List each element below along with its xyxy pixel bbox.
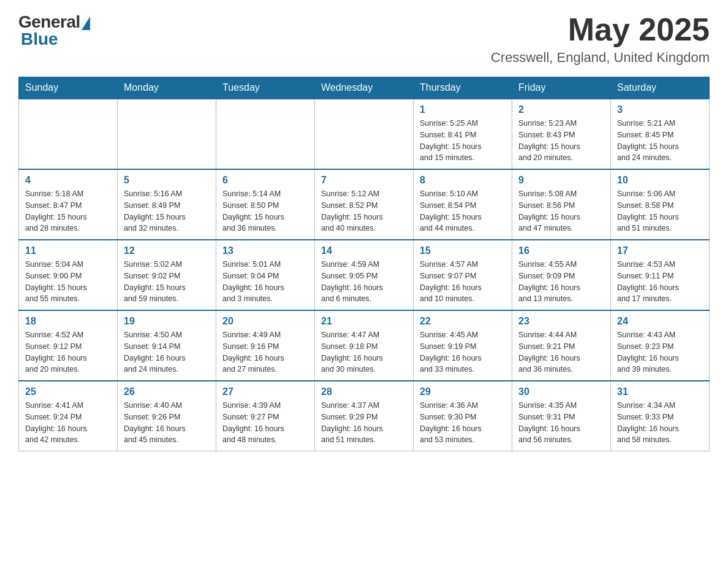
calendar-cell: 5Sunrise: 5:16 AM Sunset: 8:49 PM Daylig… xyxy=(118,169,216,240)
day-info: Sunrise: 5:08 AM Sunset: 8:56 PM Dayligh… xyxy=(518,188,604,234)
week-row-1: 1Sunrise: 5:25 AM Sunset: 8:41 PM Daylig… xyxy=(19,99,710,169)
calendar-cell: 22Sunrise: 4:45 AM Sunset: 9:19 PM Dayli… xyxy=(414,310,512,381)
calendar-cell: 4Sunrise: 5:18 AM Sunset: 8:47 PM Daylig… xyxy=(19,169,118,240)
day-info: Sunrise: 5:02 AM Sunset: 9:02 PM Dayligh… xyxy=(124,259,210,305)
day-number: 22 xyxy=(420,316,506,327)
day-number: 23 xyxy=(518,316,604,327)
calendar-cell: 16Sunrise: 4:55 AM Sunset: 9:09 PM Dayli… xyxy=(512,240,611,310)
day-info: Sunrise: 4:53 AM Sunset: 9:11 PM Dayligh… xyxy=(617,259,703,305)
day-info: Sunrise: 4:36 AM Sunset: 9:30 PM Dayligh… xyxy=(420,400,506,446)
weekday-header-tuesday: Tuesday xyxy=(216,77,315,99)
day-number: 30 xyxy=(518,386,604,397)
calendar-cell xyxy=(216,99,315,169)
day-info: Sunrise: 4:47 AM Sunset: 9:18 PM Dayligh… xyxy=(321,329,407,375)
calendar-cell: 17Sunrise: 4:53 AM Sunset: 9:11 PM Dayli… xyxy=(611,240,710,310)
day-number: 28 xyxy=(321,386,407,397)
day-info: Sunrise: 5:10 AM Sunset: 8:54 PM Dayligh… xyxy=(420,188,506,234)
day-number: 31 xyxy=(617,386,703,397)
day-number: 7 xyxy=(321,175,407,186)
month-title: May 2025 xyxy=(491,12,710,47)
day-number: 26 xyxy=(124,386,210,397)
calendar-table: SundayMondayTuesdayWednesdayThursdayFrid… xyxy=(18,77,710,451)
day-number: 21 xyxy=(321,316,407,327)
day-number: 13 xyxy=(222,245,308,256)
day-number: 8 xyxy=(420,175,506,186)
day-info: Sunrise: 4:52 AM Sunset: 9:12 PM Dayligh… xyxy=(25,329,111,375)
calendar-cell xyxy=(315,99,414,169)
day-info: Sunrise: 4:43 AM Sunset: 9:23 PM Dayligh… xyxy=(617,329,703,375)
day-info: Sunrise: 4:39 AM Sunset: 9:27 PM Dayligh… xyxy=(222,400,308,446)
day-number: 10 xyxy=(617,175,703,186)
day-number: 15 xyxy=(420,245,506,256)
week-row-5: 25Sunrise: 4:41 AM Sunset: 9:24 PM Dayli… xyxy=(19,381,710,451)
calendar-cell: 25Sunrise: 4:41 AM Sunset: 9:24 PM Dayli… xyxy=(19,381,118,451)
logo-blue-text: Blue xyxy=(21,29,58,49)
weekday-header-sunday: Sunday xyxy=(19,77,118,99)
weekday-header-row: SundayMondayTuesdayWednesdayThursdayFrid… xyxy=(19,77,710,99)
day-info: Sunrise: 4:45 AM Sunset: 9:19 PM Dayligh… xyxy=(420,329,506,375)
day-info: Sunrise: 5:18 AM Sunset: 8:47 PM Dayligh… xyxy=(25,188,111,234)
calendar-cell: 15Sunrise: 4:57 AM Sunset: 9:07 PM Dayli… xyxy=(414,240,512,310)
calendar-cell: 9Sunrise: 5:08 AM Sunset: 8:56 PM Daylig… xyxy=(512,169,611,240)
day-number: 14 xyxy=(321,245,407,256)
day-info: Sunrise: 5:06 AM Sunset: 8:58 PM Dayligh… xyxy=(617,188,703,234)
day-info: Sunrise: 4:49 AM Sunset: 9:16 PM Dayligh… xyxy=(222,329,308,375)
day-info: Sunrise: 5:04 AM Sunset: 9:00 PM Dayligh… xyxy=(25,259,111,305)
day-number: 25 xyxy=(25,386,111,397)
weekday-header-thursday: Thursday xyxy=(414,77,512,99)
day-number: 9 xyxy=(518,175,604,186)
day-info: Sunrise: 4:44 AM Sunset: 9:21 PM Dayligh… xyxy=(518,329,604,375)
calendar-cell: 23Sunrise: 4:44 AM Sunset: 9:21 PM Dayli… xyxy=(512,310,611,381)
weekday-header-monday: Monday xyxy=(118,77,216,99)
calendar-cell: 13Sunrise: 5:01 AM Sunset: 9:04 PM Dayli… xyxy=(216,240,315,310)
calendar-cell: 7Sunrise: 5:12 AM Sunset: 8:52 PM Daylig… xyxy=(315,169,414,240)
day-number: 20 xyxy=(222,316,308,327)
calendar-cell: 12Sunrise: 5:02 AM Sunset: 9:02 PM Dayli… xyxy=(118,240,216,310)
day-number: 12 xyxy=(124,245,210,256)
calendar-cell: 27Sunrise: 4:39 AM Sunset: 9:27 PM Dayli… xyxy=(216,381,315,451)
title-block: May 2025 Cresswell, England, United King… xyxy=(491,12,710,66)
calendar-cell: 10Sunrise: 5:06 AM Sunset: 8:58 PM Dayli… xyxy=(611,169,710,240)
day-number: 2 xyxy=(518,104,604,115)
day-info: Sunrise: 4:55 AM Sunset: 9:09 PM Dayligh… xyxy=(518,259,604,305)
day-info: Sunrise: 5:12 AM Sunset: 8:52 PM Dayligh… xyxy=(321,188,407,234)
day-number: 3 xyxy=(617,104,703,115)
weekday-header-wednesday: Wednesday xyxy=(315,77,414,99)
day-info: Sunrise: 5:14 AM Sunset: 8:50 PM Dayligh… xyxy=(222,188,308,234)
day-info: Sunrise: 4:57 AM Sunset: 9:07 PM Dayligh… xyxy=(420,259,506,305)
day-info: Sunrise: 5:21 AM Sunset: 8:45 PM Dayligh… xyxy=(617,118,703,164)
calendar-cell: 1Sunrise: 5:25 AM Sunset: 8:41 PM Daylig… xyxy=(414,99,512,169)
day-number: 24 xyxy=(617,316,703,327)
day-number: 1 xyxy=(420,104,506,115)
day-info: Sunrise: 4:37 AM Sunset: 9:29 PM Dayligh… xyxy=(321,400,407,446)
calendar-cell: 19Sunrise: 4:50 AM Sunset: 9:14 PM Dayli… xyxy=(118,310,216,381)
day-info: Sunrise: 4:34 AM Sunset: 9:33 PM Dayligh… xyxy=(617,400,703,446)
week-row-2: 4Sunrise: 5:18 AM Sunset: 8:47 PM Daylig… xyxy=(19,169,710,240)
weekday-header-friday: Friday xyxy=(512,77,611,99)
calendar-cell: 2Sunrise: 5:23 AM Sunset: 8:43 PM Daylig… xyxy=(512,99,611,169)
calendar-cell: 29Sunrise: 4:36 AM Sunset: 9:30 PM Dayli… xyxy=(414,381,512,451)
day-info: Sunrise: 4:40 AM Sunset: 9:26 PM Dayligh… xyxy=(124,400,210,446)
calendar-cell: 18Sunrise: 4:52 AM Sunset: 9:12 PM Dayli… xyxy=(19,310,118,381)
calendar-cell: 30Sunrise: 4:35 AM Sunset: 9:31 PM Dayli… xyxy=(512,381,611,451)
calendar-cell: 11Sunrise: 5:04 AM Sunset: 9:00 PM Dayli… xyxy=(19,240,118,310)
day-number: 4 xyxy=(25,175,111,186)
day-info: Sunrise: 4:41 AM Sunset: 9:24 PM Dayligh… xyxy=(25,400,111,446)
week-row-4: 18Sunrise: 4:52 AM Sunset: 9:12 PM Dayli… xyxy=(19,310,710,381)
logo-triangle-icon xyxy=(82,17,90,30)
calendar-cell: 8Sunrise: 5:10 AM Sunset: 8:54 PM Daylig… xyxy=(414,169,512,240)
calendar-cell: 21Sunrise: 4:47 AM Sunset: 9:18 PM Dayli… xyxy=(315,310,414,381)
calendar-cell xyxy=(19,99,118,169)
day-number: 11 xyxy=(25,245,111,256)
calendar-cell: 3Sunrise: 5:21 AM Sunset: 8:45 PM Daylig… xyxy=(611,99,710,169)
day-number: 6 xyxy=(222,175,308,186)
day-info: Sunrise: 4:50 AM Sunset: 9:14 PM Dayligh… xyxy=(124,329,210,375)
calendar-cell: 31Sunrise: 4:34 AM Sunset: 9:33 PM Dayli… xyxy=(611,381,710,451)
calendar-cell xyxy=(118,99,216,169)
day-number: 18 xyxy=(25,316,111,327)
calendar-cell: 6Sunrise: 5:14 AM Sunset: 8:50 PM Daylig… xyxy=(216,169,315,240)
page-header: General Blue May 2025 Cresswell, England… xyxy=(18,12,710,66)
calendar-cell: 24Sunrise: 4:43 AM Sunset: 9:23 PM Dayli… xyxy=(611,310,710,381)
weekday-header-saturday: Saturday xyxy=(611,77,710,99)
day-info: Sunrise: 5:25 AM Sunset: 8:41 PM Dayligh… xyxy=(420,118,506,164)
